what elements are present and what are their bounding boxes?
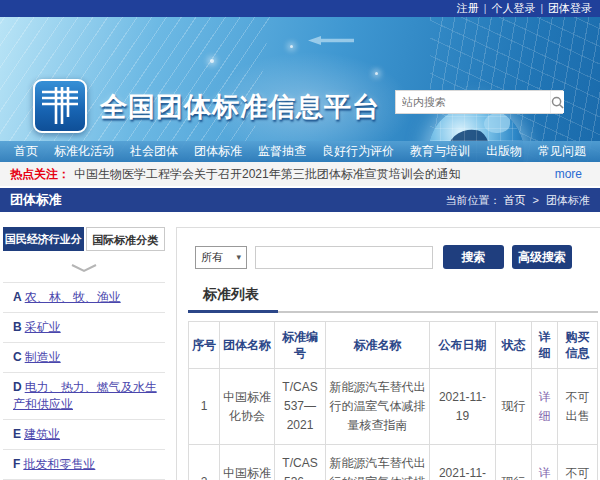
page: 注册 | 个人登录 | 团体登录 [0, 0, 600, 480]
category-link[interactable]: 电力、热力、燃气及水生产和供应业 [13, 380, 157, 411]
nav-item-publications[interactable]: 出版物 [486, 143, 522, 160]
category-code: A [13, 290, 22, 304]
nav-item-home[interactable]: 首页 [14, 143, 38, 160]
cell-date: 2021-11-19 [430, 369, 496, 445]
nav-item-supervision[interactable]: 监督抽查 [258, 143, 306, 160]
category-link[interactable]: 批发和零售业 [23, 457, 95, 471]
search-button[interactable]: 搜索 [443, 245, 504, 269]
personal-login-link[interactable]: 个人登录 [491, 1, 535, 16]
category-link[interactable]: 采矿业 [25, 320, 61, 334]
hot-news-headline-link[interactable]: 中国生物医学工程学会关于召开2021年第三批团体标准宣贯培训会的通知 [74, 166, 461, 183]
sidebar-tabs: 国民经济行业分类 国际标准分类 [3, 227, 165, 251]
standards-list-title: 标准列表 [203, 286, 598, 304]
cell-name: 新能源汽车替代出行的温室气体减排量核查指南 [326, 369, 430, 445]
breadcrumb-home-link[interactable]: 首页 [503, 194, 525, 206]
col-header-no: 序号 [189, 322, 220, 369]
hot-news-label: 热点关注： [10, 166, 70, 183]
cell-no: 2 [189, 445, 220, 480]
detail-link[interactable]: 详细 [539, 390, 551, 423]
category-code: B [13, 320, 22, 334]
cell-status: 现行 [496, 445, 532, 480]
site-search-box [395, 90, 563, 114]
advanced-search-button[interactable]: 高级搜索 [512, 245, 572, 269]
col-header-purchase: 购买信息 [558, 322, 598, 369]
cell-status: 现行 [496, 369, 532, 445]
topbar: 注册 | 个人登录 | 团体登录 [0, 0, 600, 17]
chevron-down-icon: ▾ [236, 252, 241, 262]
keyword-input[interactable] [255, 246, 433, 269]
col-header-org: 团体名称 [220, 322, 275, 369]
nav-item-standardization-activities[interactable]: 标准化活动 [54, 143, 114, 160]
category-sidebar: 国民经济行业分类 国际标准分类 A农、林、牧、渔业 B采矿业 C制造业 [3, 227, 165, 480]
cell-purchase: 不可出售 [558, 445, 598, 480]
category-code: E [13, 427, 21, 441]
category-item-D[interactable]: D电力、热力、燃气及水生产和供应业 [3, 373, 165, 420]
category-link[interactable]: 建筑业 [24, 427, 60, 441]
col-header-code: 标准编号 [275, 322, 326, 369]
more-link[interactable]: more [555, 167, 582, 181]
col-header-name: 标准名称 [326, 322, 430, 369]
category-item-C[interactable]: C制造业 [3, 343, 165, 373]
standards-panel: 所有 ▾ 搜索 高级搜索 标准列表 序号 团体名称 [176, 227, 600, 480]
category-code: C [13, 350, 22, 364]
category-item-E[interactable]: E建筑业 [3, 420, 165, 450]
cell-detail: 详细 [532, 445, 558, 480]
category-item-B[interactable]: B采矿业 [3, 313, 165, 343]
register-link[interactable]: 注册 [457, 1, 479, 16]
page-title: 团体标准 [10, 191, 62, 209]
col-header-detail: 详细 [532, 322, 558, 369]
site-logo [33, 79, 87, 133]
category-code: D [13, 380, 22, 394]
breadcrumb: 当前位置： 首页 > 团体标准 [445, 193, 590, 208]
nav-item-good-behavior[interactable]: 良好行为评价 [322, 143, 394, 160]
topbar-separator: | [484, 3, 487, 14]
category-link[interactable]: 制造业 [25, 350, 61, 364]
breadcrumb-separator: > [533, 194, 539, 206]
chevron-down-icon [3, 251, 165, 282]
cell-org: 中国标准化协会 [220, 445, 275, 480]
main-nav: 首页 标准化活动 社会团体 团体标准 监督抽查 良好行为评价 教育与培训 出版物… [0, 141, 600, 162]
table-header-row: 序号 团体名称 标准编号 标准名称 公布日期 状态 详细 购买信息 [189, 322, 598, 369]
table-row: 1 中国标准化协会 T/CAS 537—2021 新能源汽车替代出行的温室气体减… [189, 369, 598, 445]
cell-purchase: 不可出售 [558, 369, 598, 445]
banner-spark [210, 59, 214, 63]
cell-name: 新能源汽车替代出行的温室气体减排量评估技术规范 [326, 445, 430, 480]
banner-arrow-decoration [308, 36, 354, 45]
category-item-F[interactable]: F批发和零售业 [3, 450, 165, 480]
nav-item-group-standards[interactable]: 团体标准 [194, 143, 242, 160]
cell-code: T/CAS 537—2021 [275, 369, 326, 445]
cell-no: 1 [189, 369, 220, 445]
topbar-separator: | [540, 3, 543, 14]
nav-item-social-groups[interactable]: 社会团体 [130, 143, 178, 160]
cell-code: T/CAS 536—2021 [275, 445, 326, 480]
category-code: F [13, 457, 20, 471]
breadcrumb-current: 团体标准 [546, 194, 590, 206]
site-title: 全国团体标准信息平台 [100, 89, 380, 125]
banner-spark [290, 45, 293, 48]
search-icon [551, 96, 564, 109]
breadcrumb-label: 当前位置： [445, 194, 500, 206]
table-row: 2 中国标准化协会 T/CAS 536—2021 新能源汽车替代出行的温室气体减… [189, 445, 598, 480]
category-select[interactable]: 所有 ▾ [195, 246, 247, 269]
standards-table: 序号 团体名称 标准编号 标准名称 公布日期 状态 详细 购买信息 1 中国标准… [188, 321, 598, 480]
search-filter-row: 所有 ▾ 搜索 高级搜索 [188, 245, 598, 269]
tab-international-classification[interactable]: 国际标准分类 [86, 227, 165, 251]
site-search-input[interactable] [396, 91, 550, 113]
nav-item-education[interactable]: 教育与培训 [410, 143, 470, 160]
col-header-date: 公布日期 [430, 322, 496, 369]
cell-date: 2021-11-19 [430, 445, 496, 480]
col-header-status: 状态 [496, 322, 532, 369]
banner-spark [375, 72, 378, 75]
detail-link[interactable]: 详细 [539, 466, 551, 480]
nav-item-faq[interactable]: 常见问题 [538, 143, 586, 160]
hot-news-bar: 热点关注： 中国生物医学工程学会关于召开2021年第三批团体标准宣贯培训会的通知… [0, 162, 600, 186]
category-list: A农、林、牧、渔业 B采矿业 C制造业 D电力、热力、燃气及水生产和供应业 E建… [3, 282, 165, 480]
cell-detail: 详细 [532, 369, 558, 445]
title-underline [188, 311, 598, 313]
group-login-link[interactable]: 团体登录 [548, 1, 592, 16]
category-item-A[interactable]: A农、林、牧、渔业 [3, 283, 165, 313]
category-link[interactable]: 农、林、牧、渔业 [25, 290, 121, 304]
tab-national-economy-classification[interactable]: 国民经济行业分类 [3, 227, 84, 251]
header-banner: 全国团体标准信息平台 首页 标准化活动 社会团体 团体标准 监督抽查 良好行为评… [0, 17, 600, 162]
site-search-button[interactable] [550, 91, 564, 113]
